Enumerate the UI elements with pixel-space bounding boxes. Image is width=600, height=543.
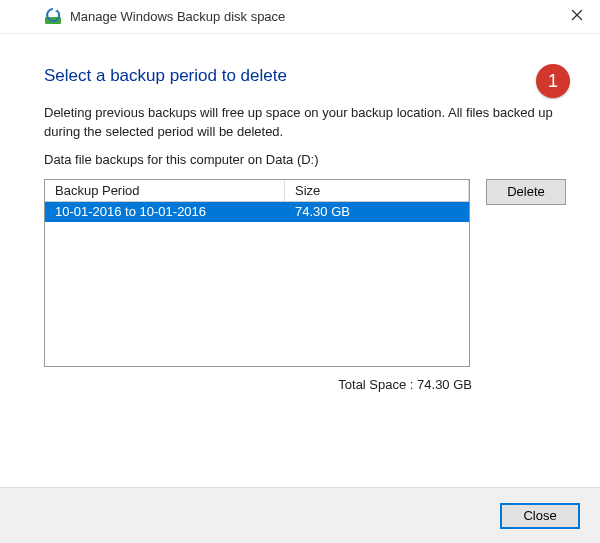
column-header-period[interactable]: Backup Period [45, 180, 285, 201]
delete-button[interactable]: Delete [486, 179, 566, 205]
subhead-text: Data file backups for this computer on D… [44, 152, 566, 167]
window-close-button[interactable] [554, 0, 600, 30]
listview-row[interactable]: 10-01-2016 to 10-01-2016 74.30 GB [45, 202, 469, 222]
total-space-label: Total Space : 74.30 GB [44, 367, 474, 392]
annotation-badge-1: 1 [536, 64, 570, 98]
close-icon [571, 9, 583, 21]
page-heading: Select a backup period to delete [44, 66, 566, 86]
cell-period: 10-01-2016 to 10-01-2016 [45, 204, 285, 219]
dialog-footer: Close [0, 487, 600, 543]
window-title: Manage Windows Backup disk space [70, 9, 285, 24]
cell-size: 74.30 GB [285, 204, 469, 219]
listview-header: Backup Period Size [45, 180, 469, 202]
backup-period-listview[interactable]: Backup Period Size 10-01-2016 to 10-01-2… [44, 179, 470, 367]
dialog-content: Select a backup period to delete Deletin… [0, 34, 600, 487]
backup-restore-icon [44, 8, 62, 26]
column-header-size[interactable]: Size [285, 180, 469, 201]
titlebar: Manage Windows Backup disk space [0, 0, 600, 34]
close-button[interactable]: Close [500, 503, 580, 529]
description-text: Deleting previous backups will free up s… [44, 104, 566, 142]
